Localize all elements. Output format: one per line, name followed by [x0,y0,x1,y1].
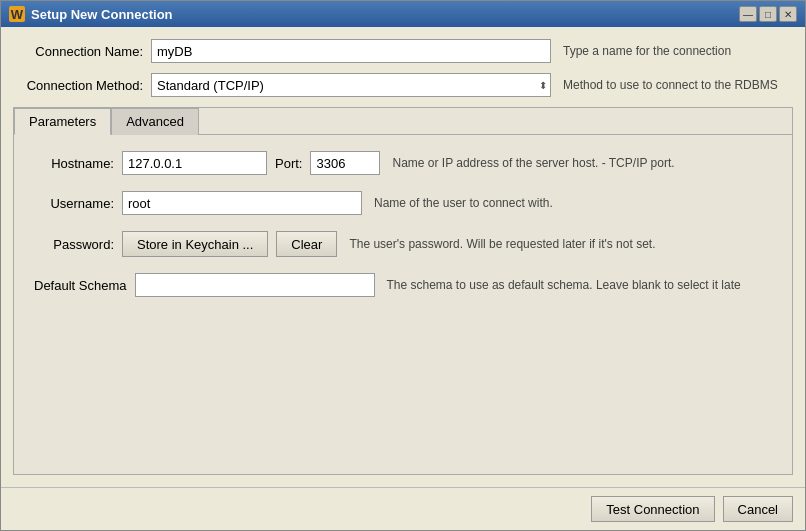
username-row: Username: Name of the user to connect wi… [34,191,772,215]
tab-advanced[interactable]: Advanced [111,108,199,135]
connection-name-input[interactable] [151,39,551,63]
hostname-input[interactable] [122,151,267,175]
titlebar-left: W Setup New Connection [9,6,173,22]
password-row: Password: Store in Keychain ... Clear Th… [34,231,772,257]
store-in-keychain-button[interactable]: Store in Keychain ... [122,231,268,257]
test-connection-button[interactable]: Test Connection [591,496,714,522]
password-hint: The user's password. Will be requested l… [349,237,655,251]
connection-name-label: Connection Name: [13,44,143,59]
clear-password-button[interactable]: Clear [276,231,337,257]
username-label: Username: [34,196,114,211]
schema-input[interactable] [135,273,375,297]
cancel-button[interactable]: Cancel [723,496,793,522]
port-input[interactable] [310,151,380,175]
main-window: W Setup New Connection — □ ✕ Connection … [0,0,806,531]
password-label: Password: [34,237,114,252]
connection-method-hint: Method to use to connect to the RDBMS [563,78,778,92]
connection-method-wrapper: Standard (TCP/IP) Standard TCP/IP over S… [151,73,551,97]
window-title: Setup New Connection [31,7,173,22]
maximize-button[interactable]: □ [759,6,777,22]
hostname-hint: Name or IP address of the server host. -… [392,156,674,170]
port-label: Port: [275,156,302,171]
schema-hint: The schema to use as default schema. Lea… [387,278,741,292]
titlebar: W Setup New Connection — □ ✕ [1,1,805,27]
footer: Test Connection Cancel [1,487,805,530]
connection-name-hint: Type a name for the connection [563,44,731,58]
tabs-header: Parameters Advanced [14,108,792,135]
connection-name-row: Connection Name: Type a name for the con… [13,39,793,63]
schema-row: Default Schema The schema to use as defa… [34,273,772,297]
username-input[interactable] [122,191,362,215]
tabs-container: Parameters Advanced Hostname: Port: Name… [13,107,793,475]
connection-method-select[interactable]: Standard (TCP/IP) Standard TCP/IP over S… [151,73,551,97]
connection-method-row: Connection Method: Standard (TCP/IP) Sta… [13,73,793,97]
tab-content-parameters: Hostname: Port: Name or IP address of th… [14,135,792,474]
connection-method-label: Connection Method: [13,78,143,93]
username-hint: Name of the user to connect with. [374,196,553,210]
tab-parameters[interactable]: Parameters [14,108,111,135]
close-button[interactable]: ✕ [779,6,797,22]
app-icon: W [9,6,25,22]
minimize-button[interactable]: — [739,6,757,22]
hostname-label: Hostname: [34,156,114,171]
form-content: Connection Name: Type a name for the con… [1,27,805,487]
titlebar-controls: — □ ✕ [739,6,797,22]
hostname-row: Hostname: Port: Name or IP address of th… [34,151,772,175]
schema-label: Default Schema [34,278,127,293]
